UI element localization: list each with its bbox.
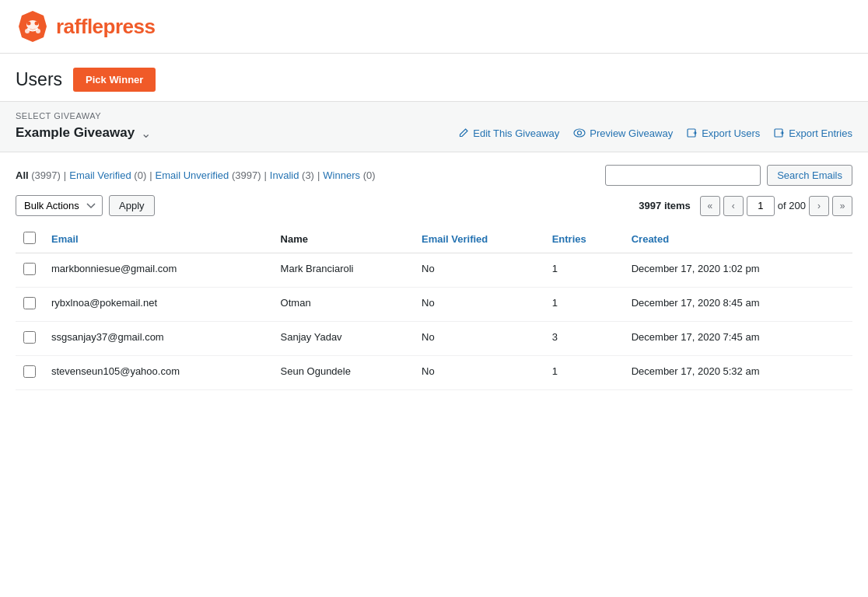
export-users-label: Export Users — [702, 127, 760, 139]
filter-all[interactable]: All — [16, 169, 29, 181]
table-row: markbonniesue@gmail.com Mark Branciaroli… — [16, 253, 852, 288]
filter-all-count: (3997) — [29, 169, 61, 181]
filter-row: All (3997) | Email Verified (0) | Email … — [16, 165, 852, 186]
filter-winners[interactable]: Winners — [323, 169, 360, 181]
table-header-row: Email Name Email Verified Entries Create… — [16, 225, 852, 253]
filter-invalid[interactable]: Invalid — [270, 169, 299, 181]
search-input[interactable] — [605, 165, 761, 186]
filter-sep-3: | — [264, 169, 266, 181]
logo-text: rafflepress — [56, 15, 155, 39]
svg-point-2 — [35, 22, 39, 26]
export-entries-icon — [774, 127, 785, 138]
giveaway-selector[interactable]: Example Giveaway ⌄ — [16, 125, 151, 141]
search-emails-button[interactable]: Search Emails — [767, 165, 852, 186]
entries-col-header[interactable]: Entries — [544, 225, 624, 253]
filter-invalid-count: (3) — [299, 169, 314, 181]
row-email-0: markbonniesue@gmail.com — [44, 253, 273, 288]
row-email-2: ssgsanjay37@gmail.com — [44, 322, 273, 356]
row-name-2: Sanjay Yadav — [273, 322, 414, 356]
content-area: All (3997) | Email Verified (0) | Email … — [0, 152, 868, 403]
filter-email-unverified-count: (3997) — [229, 169, 261, 181]
edit-giveaway-link[interactable]: Edit This Giveaway — [458, 127, 559, 139]
row-checkbox-cell — [16, 322, 44, 356]
row-checkbox-3[interactable] — [23, 365, 36, 378]
users-table: Email Name Email Verified Entries Create… — [16, 225, 852, 390]
row-checkbox-cell — [16, 356, 44, 390]
filter-email-verified-count: (0) — [131, 169, 147, 181]
bulk-actions-select[interactable]: Bulk Actions — [16, 195, 103, 216]
svg-point-3 — [25, 29, 30, 33]
svg-point-5 — [574, 129, 585, 137]
next-page-button[interactable]: › — [809, 196, 829, 216]
row-name-0: Mark Branciaroli — [273, 253, 414, 288]
giveaway-area: SELECT GIVEAWAY Example Giveaway ⌄ Edit … — [0, 101, 868, 152]
row-created-2: December 17, 2020 7:45 am — [624, 322, 852, 356]
header: rafflepress — [0, 0, 868, 54]
rafflepress-logo-icon — [16, 9, 50, 44]
row-entries-3: 1 — [544, 356, 624, 390]
page-input[interactable]: 1 — [747, 196, 775, 216]
prev-page-button[interactable]: ‹ — [723, 196, 744, 216]
email-verified-col-header[interactable]: Email Verified — [414, 225, 544, 253]
page-title: Users — [16, 69, 62, 90]
pick-winner-button[interactable]: Pick Winner — [73, 68, 156, 92]
row-entries-0: 1 — [544, 253, 624, 288]
preview-giveaway-link[interactable]: Preview Giveaway — [573, 127, 673, 139]
bulk-area: Bulk Actions Apply — [16, 195, 155, 216]
row-checkbox-0[interactable] — [23, 263, 36, 275]
chevron-down-icon: ⌄ — [141, 126, 151, 141]
edit-giveaway-label: Edit This Giveaway — [473, 127, 559, 139]
export-users-icon — [687, 127, 698, 138]
filter-email-unverified[interactable]: Email Unverified — [156, 169, 229, 181]
giveaway-actions: Edit This Giveaway Preview Giveaway — [458, 127, 852, 139]
svg-point-4 — [36, 29, 40, 33]
row-email-3: stevenseun105@yahoo.com — [44, 356, 273, 390]
giveaway-name: Example Giveaway — [16, 125, 135, 141]
row-checkbox-cell — [16, 253, 44, 288]
filter-email-verified[interactable]: Email Verified — [69, 169, 131, 181]
svg-point-1 — [27, 22, 31, 26]
created-col-header[interactable]: Created — [624, 225, 852, 253]
row-checkbox-cell — [16, 288, 44, 322]
row-name-1: Otman — [273, 288, 414, 322]
row-name-3: Seun Ogundele — [273, 356, 414, 390]
table-row: stevenseun105@yahoo.com Seun Ogundele No… — [16, 356, 852, 390]
filter-sep-1: | — [64, 169, 66, 181]
items-count: 3997 items — [639, 200, 691, 211]
row-created-0: December 17, 2020 1:02 pm — [624, 253, 852, 288]
name-col-header: Name — [273, 225, 414, 253]
svg-point-6 — [578, 131, 582, 135]
row-entries-1: 1 — [544, 288, 624, 322]
row-created-1: December 17, 2020 8:45 am — [624, 288, 852, 322]
row-entries-2: 3 — [544, 322, 624, 356]
export-entries-label: Export Entries — [789, 127, 852, 139]
select-all-checkbox[interactable] — [23, 232, 36, 244]
filter-sep-4: | — [317, 169, 320, 181]
pagination: 3997 items « ‹ 1 of 200 › » — [639, 196, 852, 216]
select-all-col — [16, 225, 44, 253]
search-area: Search Emails — [605, 165, 852, 186]
giveaway-row: Example Giveaway ⌄ Edit This Giveaway — [16, 125, 852, 141]
row-created-3: December 17, 2020 5:32 am — [624, 356, 852, 390]
preview-giveaway-label: Preview Giveaway — [590, 127, 673, 139]
email-col-header[interactable]: Email — [44, 225, 273, 253]
select-giveaway-label: SELECT GIVEAWAY — [16, 111, 852, 120]
last-page-button[interactable]: » — [832, 196, 852, 216]
table-row: rybxlnoa@pokemail.net Otman No 1 Decembe… — [16, 288, 852, 322]
row-checkbox-2[interactable] — [23, 331, 36, 344]
row-email-verified-1: No — [414, 288, 544, 322]
toolbar-row: Bulk Actions Apply 3997 items « ‹ 1 of 2… — [16, 195, 852, 216]
export-entries-link[interactable]: Export Entries — [774, 127, 852, 139]
row-email-1: rybxlnoa@pokemail.net — [44, 288, 273, 322]
row-checkbox-1[interactable] — [23, 297, 36, 309]
export-users-link[interactable]: Export Users — [687, 127, 760, 139]
first-page-button[interactable]: « — [700, 196, 720, 216]
table-row: ssgsanjay37@gmail.com Sanjay Yadav No 3 … — [16, 322, 852, 356]
filter-winners-count: (0) — [360, 169, 376, 181]
row-email-verified-3: No — [414, 356, 544, 390]
page-total: of 200 — [778, 200, 806, 211]
filter-links: All (3997) | Email Verified (0) | Email … — [16, 169, 376, 181]
export-top-row: Edit This Giveaway Preview Giveaway — [458, 127, 852, 139]
apply-button[interactable]: Apply — [109, 195, 155, 216]
logo: rafflepress — [16, 9, 155, 44]
